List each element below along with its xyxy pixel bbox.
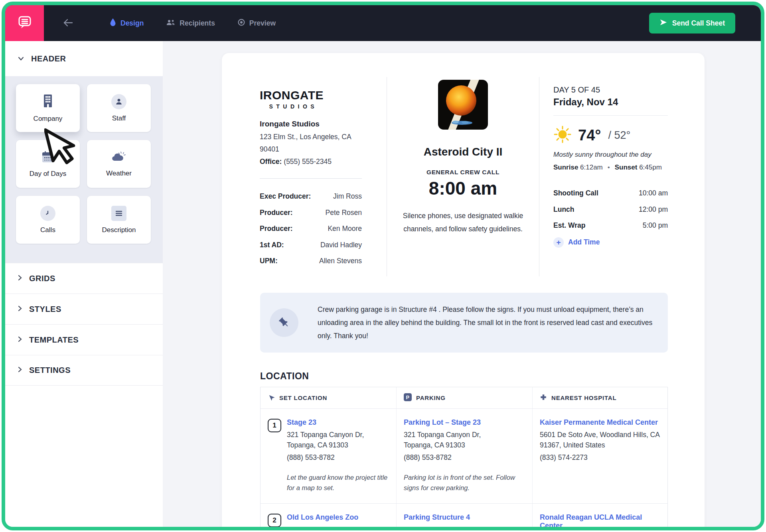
times-list: Shooting Call10:00 am Lunch12:00 pm Est.… <box>553 185 668 234</box>
note-box[interactable]: Crew parking garage is in Structure #4 .… <box>260 293 668 353</box>
production-title: Asteroid City II <box>387 146 539 158</box>
set-location-link[interactable]: Old Los Angeles Zoo <box>287 513 388 522</box>
dot-separator: • <box>608 164 610 171</box>
hospital-address: 5601 De Soto Ave, Woodland Hills, CA 913… <box>540 430 660 450</box>
topbar-tabs: Design Recipients Preview <box>109 18 276 29</box>
tile-label: Calls <box>40 226 55 234</box>
hospital-link[interactable]: Ronald Reagan UCLA Medical Center <box>540 513 660 530</box>
sunrise-time: 6:12am <box>578 164 602 171</box>
sidebar-section-styles[interactable]: STYLES <box>5 294 163 324</box>
back-button[interactable] <box>63 18 73 28</box>
topbar: Design Recipients Preview <box>5 5 761 41</box>
temp-high: 74° <box>578 127 601 144</box>
sun-icon <box>553 125 572 145</box>
parking-link[interactable]: Parking Structure 4 <box>404 513 524 522</box>
parking-note: Parking lot is in front of the set. Foll… <box>404 473 524 493</box>
set-location-phone: (888) 553-8782 <box>287 453 388 462</box>
text-lines-icon <box>111 206 126 221</box>
production-block[interactable]: Asteroid City II GENERAL CREW CALL 8:00 … <box>387 77 539 276</box>
tab-recipients[interactable]: Recipients <box>166 18 215 28</box>
tile-calls[interactable]: Calls <box>16 196 80 244</box>
hospital-link[interactable]: Kaiser Permanente Medical Center <box>540 418 660 427</box>
studiobinder-logo[interactable] <box>5 5 44 41</box>
tab-design[interactable]: Design <box>109 18 144 29</box>
hospital-cell: Ronald Reagan UCLA Medical Center 757 We… <box>533 504 668 530</box>
tile-label: Weather <box>106 169 132 177</box>
sidebar-section-label: GRIDS <box>29 274 55 283</box>
tile-description[interactable]: Description <box>87 196 151 244</box>
parking-address: 321 Topanga Canyon Dr, Topanga, CA 91303 <box>404 430 524 450</box>
production-poster-image[interactable] <box>438 80 488 131</box>
chevron-down-icon <box>18 55 24 62</box>
add-time-button[interactable]: + Add Time <box>553 237 668 248</box>
app-body: HEADER Company <box>5 41 761 527</box>
tile-weather[interactable]: Weather <box>87 140 151 188</box>
location-row: 2 Old Los Angeles Zoo 4801 Griffith Park… <box>261 504 667 530</box>
sidebar-section-templates[interactable]: TEMPLATES <box>5 324 163 355</box>
parking-cell: Parking Lot – Stage 23 321 Topanga Canyo… <box>397 409 533 503</box>
day-count: DAY 5 OF 45 <box>553 85 668 95</box>
cloud-sun-icon <box>111 151 126 164</box>
clock-icon <box>40 206 55 221</box>
pushpin-icon <box>270 308 298 337</box>
divider <box>553 115 668 116</box>
sunset-label: Sunset <box>615 164 638 171</box>
sidebar-section-settings[interactable]: SETTINGS <box>5 355 163 386</box>
crew-instructions: Silence phones, use designated walkie ch… <box>399 209 527 236</box>
company-logo-line1: IRONGATE <box>260 89 324 102</box>
location-number-badge: 1 <box>268 419 281 432</box>
parking-phone: (888) 553-8782 <box>404 453 524 462</box>
calendar-icon <box>41 150 55 165</box>
office-label: Office: <box>260 158 282 166</box>
sidebar-section-label: STYLES <box>29 305 61 314</box>
navigation-pointer-icon <box>268 394 275 402</box>
sidebar-section-header[interactable]: HEADER <box>5 41 163 76</box>
header-nearest-hospital: NEAREST HOSPITAL <box>533 387 668 408</box>
sidebar-section-grids[interactable]: GRIDS <box>5 263 163 294</box>
chevron-right-icon <box>18 305 22 313</box>
weather-summary: Mostly sunny throughout the day <box>553 151 668 159</box>
arrow-left-icon <box>63 18 73 28</box>
person-icon <box>111 94 126 109</box>
day-weather-block[interactable]: DAY 5 OF 45 Friday, Nov 14 74° / 52° Mos… <box>539 77 705 276</box>
crew-call-time: 8:00 am <box>387 177 539 199</box>
tile-label: Staff <box>112 114 126 122</box>
parking-icon: P <box>404 393 412 402</box>
call-sheet-header: IRONGATE STUDIOS Irongate Studios 123 El… <box>222 77 705 276</box>
divider <box>260 178 362 179</box>
tab-label: Design <box>120 19 144 28</box>
set-location-cell: 2 Old Los Angeles Zoo 4801 Griffith Park… <box>261 504 397 530</box>
location-row: 1 Stage 23 321 Topanga Canyon Dr, Topang… <box>261 409 667 504</box>
office-phone: (555) 555-2345 <box>282 158 332 166</box>
company-block[interactable]: IRONGATE STUDIOS Irongate Studios 123 El… <box>222 77 387 276</box>
send-button-label: Send Call Sheet <box>672 19 725 28</box>
note-text: Crew parking garage is in Structure #4 .… <box>318 303 653 343</box>
tile-day-of-days[interactable]: Day of Days <box>16 140 80 188</box>
medical-cross-icon <box>540 394 547 402</box>
header-set-location: SET LOCATION <box>261 387 397 408</box>
set-location-link[interactable]: Stage 23 <box>287 418 388 427</box>
hospital-phone: (833) 574-2273 <box>540 453 660 462</box>
tab-label: Preview <box>249 19 276 28</box>
weather-row: 74° / 52° <box>553 125 668 145</box>
time-row: Lunch12:00 pm <box>553 201 668 218</box>
parking-link[interactable]: Parking Lot – Stage 23 <box>404 418 524 427</box>
company-logo-line2: STUDIOS <box>260 103 327 110</box>
send-call-sheet-button[interactable]: Send Call Sheet <box>649 13 735 33</box>
tab-preview[interactable]: Preview <box>237 18 276 28</box>
tile-company[interactable]: Company <box>16 84 80 132</box>
set-location-address: 4801 Griffith Park Dr., Los Angeles, CA … <box>287 525 388 530</box>
company-logo: IRONGATE STUDIOS <box>260 89 324 110</box>
set-location-cell: 1 Stage 23 321 Topanga Canyon Dr, Topang… <box>261 409 397 503</box>
call-sheet-document: IRONGATE STUDIOS Irongate Studios 123 El… <box>222 53 705 530</box>
crew-row: Exec Producer:Jim Ross <box>260 188 362 205</box>
droplet-icon <box>109 18 116 29</box>
sidebar-section-label: SETTINGS <box>29 366 71 375</box>
time-row: Est. Wrap5:00 pm <box>553 217 668 234</box>
sidebar: HEADER Company <box>5 41 163 527</box>
tile-label: Company <box>34 115 63 123</box>
building-icon <box>42 94 54 110</box>
tab-label: Recipients <box>180 19 215 28</box>
add-time-label: Add Time <box>568 238 600 246</box>
tile-staff[interactable]: Staff <box>87 84 151 132</box>
